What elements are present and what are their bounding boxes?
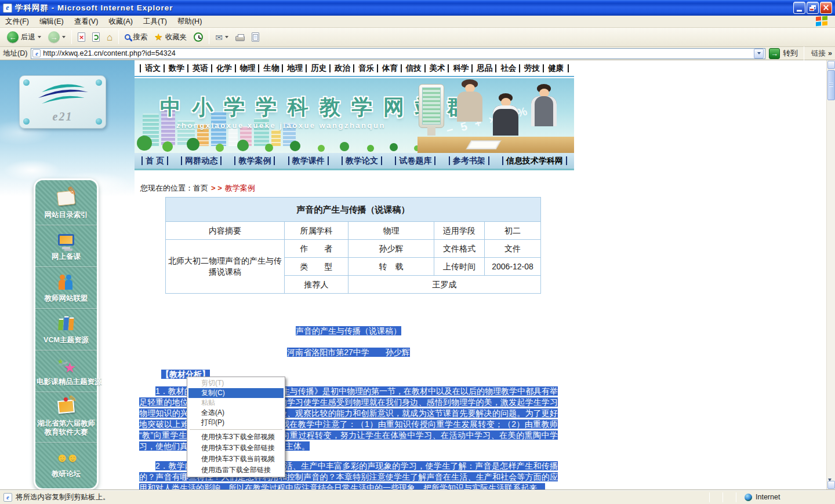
- notepad-pencil-icon: [37, 188, 96, 209]
- favorites-button[interactable]: ★ 收藏夹: [151, 29, 190, 45]
- nav-papers[interactable]: 教学论文: [342, 156, 382, 165]
- subject-link[interactable]: 社会: [495, 64, 518, 72]
- label-type: 类 型: [285, 258, 348, 276]
- refresh-button[interactable]: [89, 29, 103, 45]
- window-controls: ×: [792, 2, 832, 14]
- address-url[interactable]: http://xkwq.e21.cn/content.php?id=54324: [43, 49, 175, 57]
- ie-page-icon: e: [3, 3, 12, 13]
- history-button[interactable]: [190, 29, 206, 45]
- vertical-scrollbar[interactable]: [826, 60, 835, 490]
- nav-question-bank[interactable]: 试卷题库: [395, 156, 435, 165]
- subject-link[interactable]: 历史: [306, 64, 329, 72]
- banner-subtitle: zhongxiaoxue xueke jiaoxue wangzhanqun: [176, 121, 386, 130]
- nav-courseware[interactable]: 教学课件: [288, 156, 329, 165]
- e21-logo[interactable]: e21: [19, 75, 106, 129]
- sidebar-item-online-prep[interactable]: 网上备课: [35, 225, 97, 266]
- breadcrumb-home-link[interactable]: 首页: [193, 184, 208, 192]
- minimize-button[interactable]: [793, 2, 805, 14]
- subject-link[interactable]: 生物: [258, 64, 281, 72]
- context-menu-thunder-all-links[interactable]: 使用迅雷下载全部链接: [188, 465, 284, 476]
- subject-link[interactable]: 思品: [471, 64, 495, 72]
- links-chevron-icon[interactable]: »: [828, 49, 832, 57]
- go-button[interactable]: → 转到: [769, 48, 798, 59]
- nav-news[interactable]: 网群动态: [181, 156, 222, 165]
- stop-icon: ×: [78, 32, 85, 42]
- nav-reference[interactable]: 参考书架: [449, 156, 489, 165]
- browser-window: e 学科网群 - Microsoft Internet Explorer × 文…: [0, 0, 835, 504]
- context-menu-print[interactable]: 打印(P): [188, 418, 284, 428]
- subject-link[interactable]: 信技: [401, 64, 424, 72]
- scrollbar-thumb[interactable]: [827, 70, 835, 100]
- sidebar-item-film-resources[interactable]: ★★ 电影课精品主题资源: [35, 350, 97, 392]
- sidebar-item-teacher-alliance[interactable]: 教师网站联盟: [35, 266, 97, 308]
- favorites-label: 收藏夹: [165, 32, 187, 42]
- forward-dropdown-icon[interactable]: [62, 36, 66, 38]
- mail-dropdown-icon[interactable]: [225, 36, 228, 38]
- links-toolbar[interactable]: 链接 »: [807, 49, 832, 59]
- subject-link[interactable]: 科学: [448, 64, 471, 72]
- nav-home[interactable]: 首 页: [141, 156, 168, 165]
- close-button[interactable]: ×: [820, 2, 832, 14]
- label-subject: 所属学科: [285, 222, 348, 240]
- address-dropdown-button[interactable]: [754, 49, 764, 59]
- subject-link[interactable]: 数学: [164, 64, 187, 72]
- site-nav: 首 页 网群动态 教学案例 教学课件 教学论文 试卷题库 参考书架 信息技术学科…: [135, 153, 574, 170]
- forward-button[interactable]: →: [45, 29, 69, 45]
- back-label: 后退: [21, 32, 35, 42]
- menu-help[interactable]: 帮助(H): [172, 17, 207, 27]
- status-separator: [709, 492, 710, 502]
- context-menu-flashget-all-videos[interactable]: 使用快车3下载全部视频: [188, 432, 284, 443]
- edit-page-icon: [252, 32, 259, 42]
- subject-link[interactable]: 地理: [282, 64, 305, 72]
- subject-link[interactable]: 英语: [187, 64, 210, 72]
- menu-file[interactable]: 文件(F): [0, 17, 34, 27]
- search-button[interactable]: 搜索: [121, 29, 151, 45]
- sidebar-item-vcm-resources[interactable]: VCM主题资源: [35, 308, 97, 350]
- nav-it-subject[interactable]: 信息技术学科网: [502, 156, 567, 165]
- toolbar-separator: [71, 30, 72, 44]
- context-menu-copy[interactable]: 复制(C): [188, 388, 284, 398]
- restore-button[interactable]: [807, 2, 819, 14]
- menu-favorites[interactable]: 收藏(A): [103, 17, 138, 27]
- print-button[interactable]: [232, 29, 248, 45]
- subject-link[interactable]: 物理: [235, 64, 258, 72]
- value-upload: 2006-12-08: [485, 258, 541, 276]
- subject-link[interactable]: 政治: [329, 64, 353, 72]
- nav-teaching-cases[interactable]: 教学案例: [234, 156, 275, 165]
- edit-button[interactable]: [248, 29, 263, 45]
- subject-link[interactable]: 音乐: [353, 64, 376, 72]
- menu-tools[interactable]: 工具(T): [138, 17, 172, 27]
- subject-link[interactable]: 化学: [211, 64, 234, 72]
- context-menu-flashget-all-links[interactable]: 使用快车3下载全部链接: [188, 443, 284, 454]
- subject-link[interactable]: 语文: [140, 64, 163, 72]
- subject-link[interactable]: 美术: [424, 64, 448, 72]
- girl-figure: [531, 84, 557, 126]
- menu-view[interactable]: 查看(V): [69, 17, 104, 27]
- context-menu-flashget-current-video[interactable]: 使用快车3下载当前视频: [188, 454, 284, 465]
- breadcrumb-current-link[interactable]: 教学案例: [225, 184, 255, 192]
- address-input[interactable]: e http://xkwq.e21.cn/content.php?id=5432…: [31, 48, 765, 59]
- sidebar-item-software-contest[interactable]: 湖北省第六届教师教育软件大赛: [35, 392, 97, 442]
- scroll-up-button[interactable]: [827, 61, 835, 69]
- e21-logo-text: e21: [20, 110, 106, 123]
- sidebar-item-directory[interactable]: 网站目录索引: [35, 184, 97, 225]
- stop-button[interactable]: ×: [74, 29, 89, 45]
- context-menu-paste: 粘贴: [188, 398, 284, 408]
- mail-button[interactable]: ✉: [212, 29, 232, 45]
- back-button[interactable]: ← 后退: [3, 29, 45, 45]
- menu-edit[interactable]: 编辑(E): [34, 17, 69, 27]
- subject-link[interactable]: 健康: [543, 64, 569, 72]
- value-subject: 物理: [348, 222, 434, 240]
- home-button[interactable]: ⌂: [103, 29, 116, 45]
- zone-label: Internet: [756, 493, 780, 501]
- status-page-icon: e: [3, 493, 12, 502]
- back-dropdown-icon[interactable]: [38, 36, 41, 38]
- scroll-down-button[interactable]: [827, 481, 835, 489]
- boy-figure: [493, 93, 518, 136]
- label-recommender: 推荐人: [285, 276, 348, 294]
- subject-link[interactable]: 体育: [377, 64, 400, 72]
- sidebar-item-forum[interactable]: ☻☻ 教研论坛: [35, 442, 97, 484]
- subject-link[interactable]: 劳技: [519, 64, 542, 72]
- banner-photo: [418, 78, 574, 153]
- context-menu-select-all[interactable]: 全选(A): [188, 408, 284, 418]
